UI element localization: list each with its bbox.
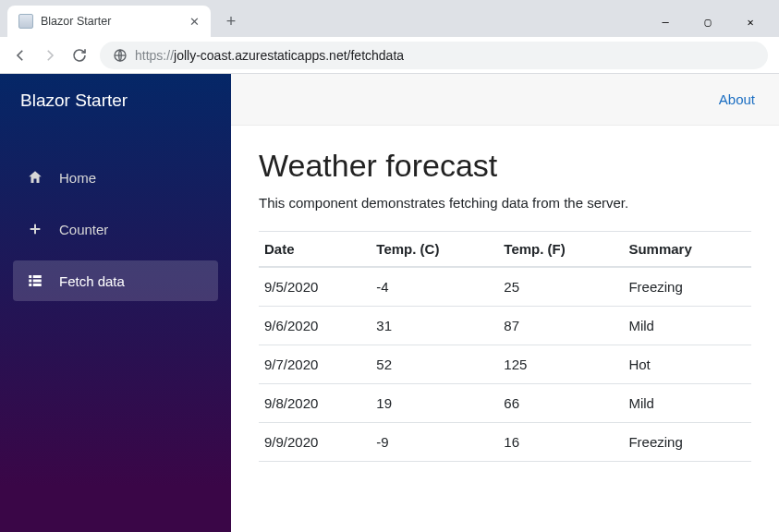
url-host-path: jolly-coast.azurestaticapps.net/fetchdat… [174, 48, 404, 63]
sidebar-item-fetch-data[interactable]: Fetch data [13, 260, 218, 301]
cell-tf: 87 [498, 307, 623, 345]
browser-toolbar: https://jolly-coast.azurestaticapps.net/… [0, 37, 779, 74]
table-row: 9/7/202052125Hot [259, 345, 751, 384]
tab-title: Blazor Starter [41, 15, 182, 28]
cell-tc: -9 [371, 423, 498, 462]
app: Blazor Starter Home Counter Fetch data [0, 74, 779, 532]
page-lead: This component demonstrates fetching dat… [259, 195, 751, 211]
table-row: 9/6/20203187Mild [259, 307, 751, 345]
window-maximize-button[interactable]: ▢ [687, 7, 729, 37]
tab-strip: Blazor Starter ✕ + — ▢ ✕ [0, 0, 779, 37]
sidebar-item-label: Fetch data [59, 273, 125, 289]
about-link[interactable]: About [719, 91, 755, 107]
plus-icon [26, 220, 44, 238]
cell-date: 9/9/2020 [259, 423, 371, 462]
cell-tc: 31 [371, 307, 498, 345]
sidebar-brand[interactable]: Blazor Starter [0, 74, 231, 129]
cell-summary: Mild [623, 384, 751, 423]
sidebar: Blazor Starter Home Counter Fetch data [0, 74, 231, 532]
sidebar-nav: Home Counter Fetch data [0, 151, 231, 307]
table-row: 9/8/20201966Mild [259, 384, 751, 423]
cell-tc: -4 [371, 267, 498, 307]
home-icon [26, 168, 44, 187]
cell-date: 9/5/2020 [259, 267, 371, 307]
sidebar-item-home[interactable]: Home [13, 157, 218, 198]
new-tab-button[interactable]: + [218, 8, 244, 34]
svg-rect-4 [33, 280, 42, 283]
svg-rect-1 [29, 275, 31, 278]
cell-tf: 25 [498, 267, 623, 307]
window-controls: — ▢ ✕ [644, 7, 772, 37]
col-date: Date [259, 232, 371, 268]
window-minimize-button[interactable]: — [644, 7, 687, 37]
cell-summary: Freezing [623, 423, 751, 462]
cell-tf: 16 [498, 423, 623, 462]
table-row: 9/9/2020-916Freezing [259, 423, 751, 462]
svg-rect-5 [29, 284, 31, 286]
page: About Weather forecast This component de… [231, 74, 779, 532]
tab-favicon [18, 14, 33, 29]
table-header-row: Date Temp. (C) Temp. (F) Summary [259, 232, 751, 268]
site-info-icon[interactable] [113, 48, 128, 63]
cell-tc: 52 [371, 345, 498, 384]
back-button[interactable] [11, 46, 30, 65]
forecast-table: Date Temp. (C) Temp. (F) Summary 9/5/202… [259, 231, 751, 462]
main-content: Weather forecast This component demonstr… [231, 126, 779, 484]
page-title: Weather forecast [259, 148, 751, 184]
url-scheme: https:// [135, 48, 174, 63]
sidebar-item-label: Home [59, 170, 96, 186]
cell-tc: 19 [371, 384, 498, 423]
cell-summary: Hot [623, 345, 751, 384]
cell-date: 9/7/2020 [259, 345, 371, 384]
col-temp-f: Temp. (F) [498, 232, 623, 268]
reload-button[interactable] [70, 46, 89, 65]
sidebar-item-label: Counter [59, 222, 108, 237]
svg-rect-3 [29, 280, 31, 283]
cell-summary: Mild [623, 307, 751, 345]
close-icon[interactable]: ✕ [189, 15, 200, 29]
col-summary: Summary [623, 232, 751, 268]
browser-tab[interactable]: Blazor Starter ✕ [7, 6, 211, 37]
svg-rect-6 [33, 284, 42, 286]
cell-date: 9/6/2020 [259, 307, 371, 345]
address-bar-url: https://jolly-coast.azurestaticapps.net/… [135, 48, 404, 63]
cell-tf: 66 [498, 384, 623, 423]
forward-button[interactable] [41, 46, 59, 65]
cell-summary: Freezing [623, 267, 751, 307]
cell-date: 9/8/2020 [259, 384, 371, 423]
topbar: About [231, 74, 779, 126]
browser-chrome: Blazor Starter ✕ + — ▢ ✕ https://jolly-c… [0, 0, 779, 74]
list-icon [26, 272, 44, 290]
window-close-button[interactable]: ✕ [729, 7, 772, 37]
sidebar-item-counter[interactable]: Counter [13, 209, 218, 249]
address-bar[interactable]: https://jolly-coast.azurestaticapps.net/… [100, 42, 768, 69]
cell-tf: 125 [498, 345, 623, 384]
table-row: 9/5/2020-425Freezing [259, 267, 751, 307]
col-temp-c: Temp. (C) [371, 232, 498, 268]
svg-rect-2 [33, 275, 42, 278]
